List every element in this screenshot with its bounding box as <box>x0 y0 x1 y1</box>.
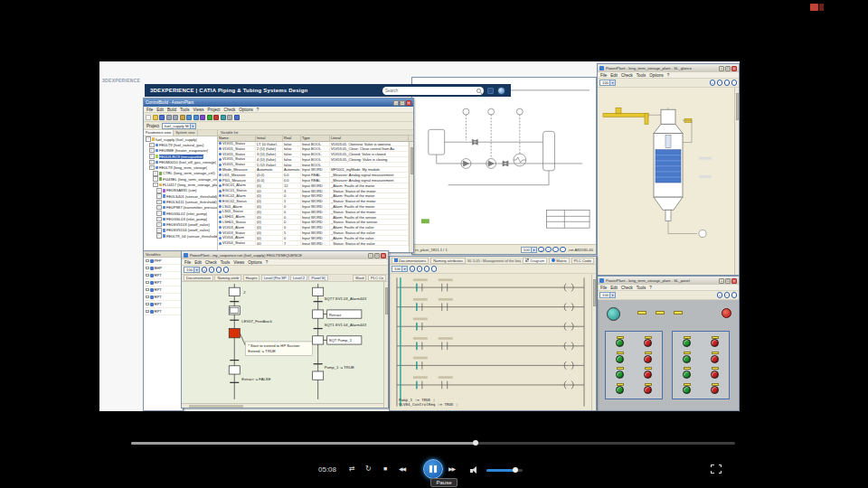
maximize-button[interactable]: □ <box>725 278 731 284</box>
zoom-level-select[interactable]: 100▾ <box>599 292 616 298</box>
help-icon[interactable] <box>234 115 240 120</box>
menu-item[interactable]: Edit <box>610 73 618 78</box>
zoom-level-select[interactable]: 100▾ <box>599 80 616 86</box>
zoom-level-select[interactable]: 100▾ <box>184 267 200 273</box>
zoom-fit-icon[interactable] <box>552 247 559 253</box>
menu-item[interactable]: Edit <box>194 260 202 265</box>
menu-item[interactable]: Edit <box>610 286 618 290</box>
fullscreen-button[interactable] <box>711 465 722 474</box>
tree-item[interactable]: CTRL (long_term_storage_ctrl) <box>144 171 217 176</box>
menu-item[interactable]: File <box>146 108 153 112</box>
tab-diagram[interactable]: Diagram <box>523 258 547 264</box>
minimize-button[interactable]: – <box>719 66 724 71</box>
variables-tab[interactable]: Variables <box>144 251 183 258</box>
volume-slider[interactable] <box>486 469 523 472</box>
menu-item[interactable]: Tools <box>637 286 646 290</box>
zoom-out-icon[interactable] <box>724 292 731 298</box>
paste-icon[interactable] <box>180 115 185 120</box>
sfc-canvas[interactable]: 2 LEV07_Feedback * Start to extend to HP… <box>182 282 388 408</box>
search-input[interactable] <box>385 89 476 93</box>
menu-item[interactable]: ? <box>257 108 259 112</box>
volume-handle[interactable] <box>513 467 518 473</box>
col-type[interactable]: Type <box>301 136 330 141</box>
reactor-canvas[interactable] <box>598 88 739 275</box>
tab-system-view[interactable]: System view <box>174 130 197 136</box>
col-initial[interactable]: Initial <box>256 136 283 141</box>
start-button[interactable] <box>616 371 624 379</box>
rewind-button[interactable]: ◀◀ <box>399 465 405 474</box>
stop-button[interactable] <box>711 355 719 363</box>
expand-icon[interactable] <box>146 274 149 277</box>
apps-icon[interactable] <box>487 88 494 94</box>
cut-icon[interactable] <box>166 115 172 120</box>
copy-icon[interactable] <box>173 115 178 120</box>
ladder-scrollbar[interactable] <box>591 274 596 410</box>
stop-button[interactable] <box>644 339 652 347</box>
menu-item[interactable]: File <box>184 260 191 265</box>
table-row[interactable]: VLV04_Status (0) 7 Input WORD _Status: S… <box>218 241 409 247</box>
reactor-titlebar[interactable]: PowerPlant - long_term_storage_plant - S… <box>598 64 739 72</box>
tree-item[interactable]: FI049EL (long_term_storage_ctrl) <box>144 176 217 182</box>
sfc-scrollbar-h[interactable] <box>182 403 383 408</box>
table-scrollbar[interactable] <box>409 142 413 252</box>
list-item[interactable]: RPT <box>144 301 183 308</box>
volume-button[interactable] <box>470 466 479 474</box>
tab-documentations[interactable]: Documentations <box>392 258 429 264</box>
menu-item[interactable]: Options <box>649 73 664 78</box>
start-button[interactable] <box>683 355 691 363</box>
repeat-button[interactable]: ↻ <box>365 465 372 474</box>
list-item[interactable]: PFP <box>144 258 183 265</box>
zoom-fit-icon[interactable] <box>731 292 738 298</box>
menu-item[interactable]: Build <box>167 108 176 112</box>
tree-item[interactable]: FLU417 (long_term_storage_plant) <box>144 182 217 187</box>
tab-level-pre-sp[interactable]: Level (Pre SP <box>261 275 289 281</box>
zoom-in-icon[interactable] <box>717 292 723 298</box>
tab-documentation[interactable]: Documentation <box>184 275 213 281</box>
menu-item[interactable]: File <box>600 73 607 78</box>
menu-item[interactable]: Check <box>621 73 633 78</box>
stop-button[interactable] <box>711 371 719 379</box>
list-item[interactable]: RPT <box>144 279 183 286</box>
menu-item[interactable]: Views <box>233 260 244 265</box>
menu-item[interactable]: ? <box>667 73 670 78</box>
close-button[interactable]: × <box>731 66 737 71</box>
tab-naming-attributes[interactable]: Naming attributes <box>430 258 466 264</box>
tab-plc-code[interactable]: PLC Co <box>368 275 386 281</box>
menu-item[interactable]: ? <box>649 286 652 290</box>
maximize-button[interactable]: □ <box>374 253 380 258</box>
progress-handle[interactable] <box>473 440 478 446</box>
tab-panel-sp[interactable]: Panel S( <box>308 275 327 281</box>
minimize-button[interactable]: – <box>368 253 373 258</box>
undo-icon[interactable] <box>186 115 192 120</box>
panel-titlebar[interactable]: PowerPlant - long_term_storage_plant - S… <box>598 277 739 285</box>
menu-item[interactable]: Tools <box>637 73 646 78</box>
tab-level-2[interactable]: Level 2 <box>290 275 307 281</box>
menu-item[interactable]: Edit <box>156 108 164 112</box>
sfc-titlebar[interactable]: PowerPlant - my_sequence.run (fuel_suppl… <box>182 251 388 259</box>
menu-item[interactable]: Check <box>621 286 633 290</box>
menu-item[interactable]: File <box>600 286 607 290</box>
expand-icon[interactable] <box>146 288 149 292</box>
minimize-button[interactable]: – <box>719 278 724 284</box>
search-icon[interactable] <box>476 89 481 93</box>
close-button[interactable]: × <box>406 100 411 106</box>
list-item[interactable]: RPT <box>144 272 183 279</box>
app-title-bar[interactable]: 3DEXPERIENCE | CATIA Piping & Tubing Sys… <box>145 84 511 97</box>
tab-matrix[interactable]: Matrix <box>549 258 569 264</box>
tab-mard[interactable]: Mard <box>353 275 366 281</box>
stop-button[interactable] <box>711 339 719 347</box>
menu-item[interactable]: Check <box>224 108 236 112</box>
forward-button[interactable]: ▶▶ <box>448 465 455 474</box>
zoom-out-icon[interactable] <box>209 267 215 273</box>
expand-icon[interactable] <box>146 296 149 299</box>
zoom-in-icon[interactable] <box>202 267 208 273</box>
pid-canvas[interactable] <box>412 78 596 244</box>
col-name[interactable]: Name <box>218 136 256 141</box>
tree-item[interactable]: FE0LT9_04 (sensor_threshold) <box>144 233 217 239</box>
pause-button[interactable] <box>423 459 443 479</box>
controlbuild-titlebar[interactable]: ControlBuild - AssemPlant – □ × <box>144 99 413 107</box>
sfc-scrollbar-v[interactable] <box>383 282 388 408</box>
panel-canvas[interactable] <box>598 300 739 410</box>
project-select[interactable]: fuel_supply M▾ <box>162 123 196 129</box>
list-item[interactable]: BHP <box>144 265 183 272</box>
